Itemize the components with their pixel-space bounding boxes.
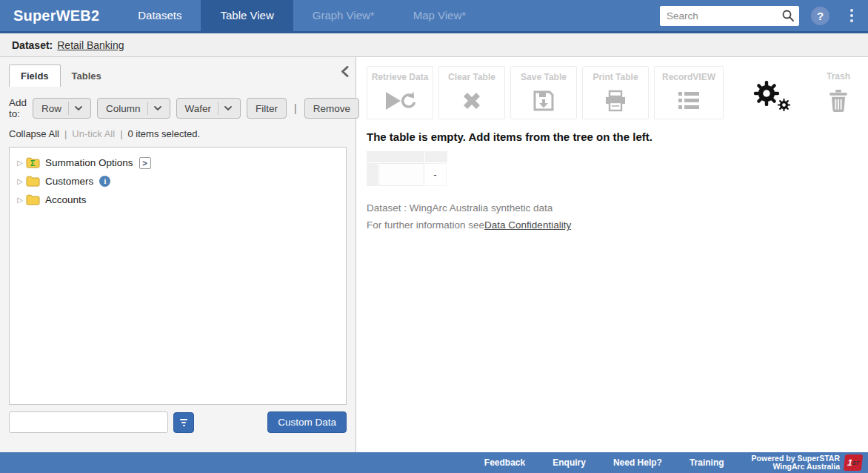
tree-item-label[interactable]: Summation Options [45,157,133,168]
remove-button[interactable]: Remove [304,98,359,119]
tree-item-summation-options[interactable]: ▷ Σ Summation Options > [14,153,341,172]
trash-button: Trash [827,71,850,113]
tree-item-accounts[interactable]: ▷ Accounts [14,191,341,209]
field-search-input[interactable] [9,411,168,433]
nav-tab-map-view: Map View* [394,0,485,31]
placeholder-table-row: - [367,163,856,186]
field-panel: Fields Tables Add to: Row Column Wafer F… [0,57,356,452]
open-summation-icon[interactable]: > [139,157,151,169]
enquiry-link[interactable]: Enquiry [552,457,586,468]
breadcrumb: Dataset: Retail Banking [0,33,868,57]
printer-icon [604,82,627,119]
field-filter-icon[interactable] [173,412,194,433]
folder-icon [26,194,40,205]
chevron-down-icon [154,106,161,110]
tree-item-customers[interactable]: ▷ Customers i [14,172,341,191]
feedback-link[interactable]: Feedback [484,457,525,468]
tree-item-label[interactable]: Accounts [45,194,87,205]
superweb2-app: SuperWEB2 Datasets Table View Graph View… [0,0,868,473]
nav-tab-table-view[interactable]: Table View [201,0,293,33]
nav-tab-graph-view: Graph View* [293,0,394,31]
placeholder-table: - [367,151,856,186]
collapse-panel-icon[interactable] [341,66,349,77]
placeholder-table-header [367,151,856,162]
add-to-column-button[interactable]: Column [97,98,170,119]
table-toolbar: Retrieve Data Clear Table [367,66,856,119]
selection-links-row: Collapse All | Un-tick All | 0 items sel… [9,128,347,139]
collapse-all-link[interactable]: Collapse All [9,128,59,139]
overflow-menu-icon[interactable] [846,6,858,25]
trash-icon [829,89,848,113]
tab-fields[interactable]: Fields [9,64,61,87]
filter-button[interactable]: Filter [247,98,287,119]
add-to-row-button[interactable]: Row [33,98,91,119]
confidentiality-prefix: For further information see [367,219,484,231]
field-tree: ▷ Σ Summation Options > ▷ Customers i [9,147,347,405]
expand-arrow-icon[interactable]: ▷ [14,196,26,204]
retrieve-data-button: Retrieve Data [367,66,433,119]
powered-by-text: Powered by SuperSTAR WingArc Australia [752,454,840,471]
chevron-down-icon [224,106,232,110]
search-icon[interactable] [781,9,795,22]
folder-icon [26,176,40,187]
dataset-link[interactable]: Retail Banking [57,39,124,51]
clear-table-button: Clear Table [438,66,505,119]
app-logo: SuperWEB2 [0,0,118,31]
untick-all-link: Un-tick All [72,128,115,139]
confidentiality-info: For further information seeData Confiden… [367,219,856,231]
add-to-label: Add to: [9,97,27,119]
dataset-info-text: Dataset : WingArc Australia synthetic da… [367,202,856,214]
nav-right-cluster: ? [660,0,868,31]
summation-folder-icon: Σ [26,157,40,168]
recordview-button: RecordVIEW [654,66,724,119]
add-to-row: Add to: Row Column Wafer Filter | Remove [9,97,347,119]
search-input[interactable] [660,6,799,26]
placeholder-header-cell [425,151,447,162]
training-link[interactable]: Training [690,457,724,468]
expand-arrow-icon[interactable]: ▷ [14,177,26,185]
nav-tab-datasets[interactable]: Datasets [118,0,201,31]
custom-data-button[interactable]: Custom Data [267,411,347,433]
need-help-link[interactable]: Need Help? [613,457,662,468]
save-table-button: Save Table [510,66,577,119]
data-confidentiality-link[interactable]: Data Confidentiality [484,219,571,231]
nav-search [660,6,799,26]
placeholder-body-cell [378,163,424,186]
record-list-icon [677,82,701,119]
empty-table-message: The table is empty. Add items from the t… [367,130,856,143]
clear-x-icon [461,82,483,119]
add-to-wafer-button[interactable]: Wafer [176,98,241,119]
main-area: Fields Tables Add to: Row Column Wafer F… [0,57,868,452]
field-search-row: Custom Data [9,411,347,433]
left-tabs: Fields Tables [9,64,347,87]
dataset-label: Dataset: [12,39,53,51]
print-table-button: Print Table [582,66,649,119]
placeholder-value-cell: - [424,163,447,186]
save-icon [533,82,555,119]
table-options-gear-icon[interactable] [752,79,791,112]
expand-arrow-icon[interactable]: ▷ [14,159,26,167]
info-icon[interactable]: i [99,176,110,187]
tab-tables[interactable]: Tables [61,65,113,87]
selection-status: 0 items selected. [128,128,201,139]
table-panel: Retrieve Data Clear Table [356,57,868,452]
help-icon[interactable]: ? [811,7,829,25]
play-refresh-icon [383,82,417,119]
chevron-down-icon [75,106,82,110]
footer: Feedback Enquiry Need Help? Training Pow… [0,452,868,473]
superstar-1st-logo: 1ST [844,454,863,471]
top-nav: SuperWEB2 Datasets Table View Graph View… [0,0,868,33]
placeholder-header-cell [367,151,424,162]
placeholder-row-stub [367,163,378,186]
tree-item-label[interactable]: Customers [45,176,93,187]
button-separator: | [294,102,297,114]
